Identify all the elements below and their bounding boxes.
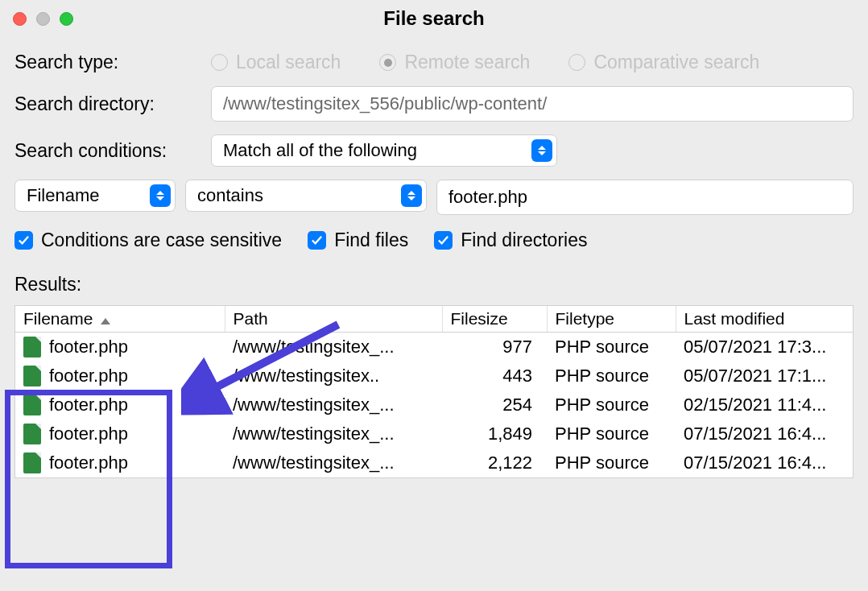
table-row[interactable]: footer.php/www/testingsitex_...1,849PHP … — [15, 419, 853, 448]
select-value: contains — [197, 185, 263, 206]
php-file-icon — [23, 337, 41, 357]
php-file-icon — [23, 453, 41, 473]
cell-filetype: PHP source — [547, 333, 676, 362]
cell-path: /www/testingsitex_... — [225, 419, 442, 448]
select-arrows-icon — [401, 184, 422, 207]
results-table: Filename Path Filesize Filetype Last mod… — [14, 305, 854, 478]
select-arrows-icon — [531, 139, 552, 162]
radio-comparative-search[interactable]: Comparative search — [568, 52, 759, 73]
cell-path: /www/testingsitex_... — [225, 448, 442, 477]
minimize-window-button[interactable] — [36, 12, 50, 26]
column-header-filetype[interactable]: Filetype — [547, 306, 676, 333]
cell-filesize: 977 — [442, 333, 547, 362]
table-row[interactable]: footer.php/www/testingsitex_...254PHP so… — [15, 391, 853, 419]
maximize-window-button[interactable] — [60, 12, 73, 26]
column-header-path[interactable]: Path — [225, 306, 442, 333]
cell-modified: 02/15/2021 11:4... — [676, 391, 853, 419]
cell-filesize: 2,122 — [442, 448, 547, 477]
table-row[interactable]: footer.php/www/testingsitex..443PHP sour… — [15, 362, 853, 391]
cell-filetype: PHP source — [547, 419, 676, 448]
radio-local-search[interactable]: Local search — [211, 52, 341, 73]
php-file-icon — [23, 395, 41, 415]
php-file-icon — [23, 366, 41, 386]
window-titlebar: File search — [0, 0, 868, 37]
search-type-label: Search type: — [14, 52, 211, 73]
search-directory-input[interactable]: /www/testingsitex_556/public/wp-content/ — [211, 86, 854, 122]
traffic-lights — [13, 12, 73, 26]
select-value: Match all of the following — [223, 140, 417, 161]
results-label: Results: — [14, 274, 854, 296]
find-directories-checkbox[interactable]: Find directories — [434, 229, 587, 251]
cell-filesize: 1,849 — [442, 419, 547, 448]
radio-label: Comparative search — [593, 52, 759, 73]
cell-filesize: 254 — [442, 391, 547, 419]
cell-filetype: PHP source — [547, 362, 676, 391]
cell-filename: footer.php — [49, 453, 128, 473]
cell-path: /www/testingsitex_... — [225, 333, 442, 362]
cell-modified: 07/15/2021 16:4... — [676, 419, 853, 448]
search-conditions-label: Search conditions: — [14, 140, 211, 162]
cell-filename: footer.php — [49, 337, 128, 357]
checkbox-label: Find files — [334, 229, 408, 251]
checkbox-icon — [434, 231, 453, 250]
radio-remote-search[interactable]: Remote search — [379, 52, 530, 73]
checkbox-icon — [308, 231, 326, 250]
search-type-radio-group: Local search Remote search Comparative s… — [211, 52, 759, 73]
case-sensitive-checkbox[interactable]: Conditions are case sensitive — [14, 229, 282, 251]
checkbox-label: Conditions are case sensitive — [41, 229, 282, 251]
table-row[interactable]: footer.php/www/testingsitex_...2,122PHP … — [15, 448, 853, 477]
cell-path: /www/testingsitex_... — [225, 391, 442, 419]
cell-modified: 07/15/2021 16:4... — [676, 448, 853, 477]
radio-label: Remote search — [404, 52, 530, 73]
checkbox-icon — [14, 231, 33, 250]
condition-value-input[interactable]: footer.php — [436, 180, 854, 215]
find-files-checkbox[interactable]: Find files — [308, 229, 408, 251]
sort-ascending-icon — [101, 318, 110, 324]
select-value: Filename — [27, 185, 99, 206]
cell-modified: 05/07/2021 17:3... — [676, 333, 853, 362]
select-arrows-icon — [150, 184, 171, 207]
condition-field-select[interactable]: Filename — [14, 180, 176, 212]
checkbox-label: Find directories — [461, 229, 587, 251]
cell-filename: footer.php — [49, 395, 128, 415]
cell-path: /www/testingsitex.. — [225, 362, 442, 391]
radio-label: Local search — [236, 52, 341, 73]
cell-filetype: PHP source — [547, 448, 676, 477]
cell-filesize: 443 — [442, 362, 547, 391]
close-window-button[interactable] — [13, 12, 27, 26]
cell-modified: 05/07/2021 17:1... — [676, 362, 853, 391]
table-row[interactable]: footer.php/www/testingsitex_...977PHP so… — [15, 333, 853, 362]
cell-filename: footer.php — [49, 366, 128, 386]
column-header-filename[interactable]: Filename — [15, 306, 225, 333]
column-header-filesize[interactable]: Filesize — [442, 306, 547, 333]
search-conditions-select[interactable]: Match all of the following — [211, 134, 557, 167]
condition-operator-select[interactable]: contains — [185, 180, 427, 212]
column-header-modified[interactable]: Last modified — [676, 306, 853, 333]
cell-filename: footer.php — [49, 424, 128, 444]
window-title: File search — [383, 7, 484, 30]
search-directory-label: Search directory: — [14, 93, 211, 115]
cell-filetype: PHP source — [547, 391, 676, 419]
php-file-icon — [23, 424, 41, 444]
